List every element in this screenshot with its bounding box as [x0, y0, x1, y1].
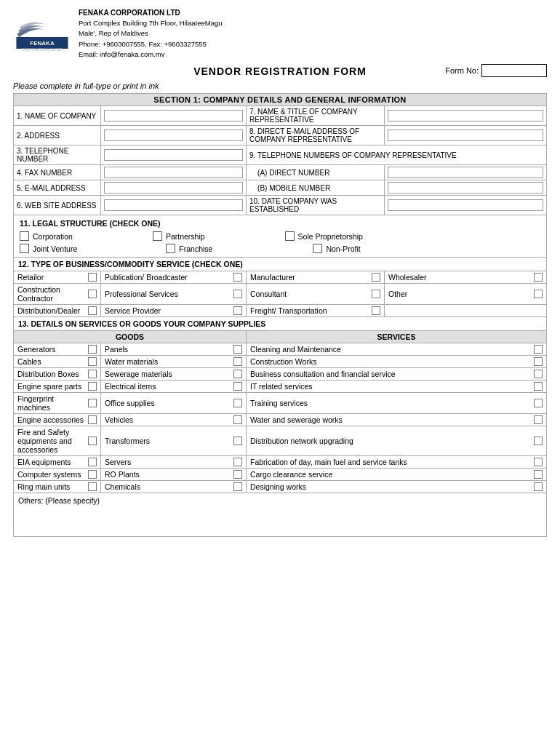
- s12-header: 12. TYPE OF BUSINESS/COMMODITY SERVICE (…: [14, 258, 547, 271]
- inp-mobile2[interactable]: [385, 180, 547, 196]
- svg-text:FENAKA: FENAKA: [30, 39, 55, 46]
- ck-it2[interactable]: [534, 382, 543, 391]
- g8b: RO Plants: [101, 469, 247, 481]
- row-2: 2. ADDRESS 8. DIRECT E-MAIL ADDRESS OF C…: [14, 126, 547, 146]
- ck-chem[interactable]: [233, 482, 242, 491]
- legal-row2: Joint Venture Franchise Non-Profit: [20, 244, 540, 253]
- ck-ring[interactable]: [88, 482, 97, 491]
- gs-hdr-row: GOODS SERVICES: [14, 331, 547, 343]
- form-no-input[interactable]: [481, 64, 547, 77]
- check-fran2[interactable]: [166, 244, 175, 253]
- check-jv2[interactable]: [20, 244, 29, 253]
- ck-pub[interactable]: [233, 273, 242, 282]
- ck-distnet[interactable]: [534, 437, 543, 445]
- c-mfr: Manufacturer: [247, 271, 385, 284]
- gs-9: Ring main units Chemicals Designing work…: [14, 481, 547, 493]
- ck-veh[interactable]: [233, 415, 242, 424]
- g9a: Ring main units: [14, 481, 101, 493]
- ck-fire[interactable]: [88, 437, 97, 445]
- ck-profsvc[interactable]: [233, 290, 242, 298]
- lbl-fran[interactable]: Franchise: [166, 244, 212, 253]
- vendor-form-table: SECTION 1: COMPANY DETAILS AND GENERAL I…: [13, 93, 547, 537]
- ck-srv[interactable]: [233, 458, 242, 466]
- ck-fab[interactable]: [534, 458, 543, 466]
- ck-engacc[interactable]: [88, 415, 97, 424]
- ck-distdeal[interactable]: [88, 306, 97, 315]
- c-svcprov: Service Provider: [101, 305, 247, 317]
- g2b: Sewerage materials: [101, 368, 247, 381]
- ck-trans[interactable]: [233, 437, 242, 445]
- s11-title: 11. LEGAL STRUCTURE (CHECK ONE): [20, 219, 540, 228]
- inp-rep-name[interactable]: [385, 106, 547, 126]
- s6: Distribution network upgrading: [247, 426, 547, 456]
- ck-eia2[interactable]: [88, 458, 97, 466]
- inp-direct[interactable]: [385, 165, 547, 180]
- ck-other2[interactable]: [534, 290, 543, 298]
- ck-engsp[interactable]: [88, 382, 97, 391]
- ck-clean[interactable]: [534, 345, 543, 354]
- lbl-tel: 3. TELEPHONE NUMBER: [14, 146, 101, 165]
- lbl-date-est: 10. DATE COMPANY WAS ESTABLISHED: [247, 196, 385, 215]
- ck-comp[interactable]: [88, 470, 97, 479]
- check-part2[interactable]: [153, 231, 162, 241]
- ck-constr[interactable]: [88, 290, 97, 298]
- check-np2[interactable]: [313, 244, 322, 253]
- inp-tel[interactable]: [101, 146, 247, 165]
- ck-watsew[interactable]: [534, 415, 543, 424]
- inp-addr[interactable]: [101, 126, 247, 146]
- ck-train[interactable]: [534, 399, 543, 407]
- gs-8: Computer systems RO Plants Cargo clearan…: [14, 469, 547, 481]
- gs-6: Fire and Safety equipments and accessori…: [14, 426, 547, 456]
- ck-freight[interactable]: [372, 306, 380, 315]
- check-corp2[interactable]: [20, 231, 29, 241]
- form-no-label: Form No:: [445, 66, 479, 75]
- row-1: 1. NAME OF COMPANY 7. NAME & TITLE OF CO…: [14, 106, 547, 126]
- inp-date-est[interactable]: [385, 196, 547, 215]
- gs-7: EIA equipments Servers Fabrication of da…: [14, 456, 547, 469]
- lbl-corporation[interactable]: Corporation: [20, 231, 73, 241]
- ck-svcprov[interactable]: [233, 306, 242, 315]
- ck-mfr[interactable]: [372, 273, 380, 282]
- ck-office2[interactable]: [233, 399, 242, 407]
- email-info: Email: info@fenaka.com.mv: [79, 49, 223, 60]
- ck-cables2[interactable]: [88, 357, 97, 366]
- ck-ro[interactable]: [233, 470, 242, 479]
- ck-design[interactable]: [534, 482, 543, 491]
- ck-bizcon[interactable]: [534, 370, 543, 378]
- lbl-cname: 1. NAME OF COMPANY: [14, 106, 101, 126]
- ck-cargo2[interactable]: [534, 470, 543, 479]
- inp-cname[interactable]: [101, 106, 247, 126]
- ck-wsl[interactable]: [534, 273, 543, 282]
- g4a: Fingerprint machines: [14, 393, 101, 414]
- inp-email2[interactable]: [101, 180, 247, 196]
- ck-watermat[interactable]: [233, 357, 242, 366]
- ck-consult[interactable]: [372, 290, 380, 298]
- ck-gen[interactable]: [88, 345, 97, 354]
- row-5: 5. E-MAIL ADDRESS (B) MOBILE NUMBER: [14, 180, 547, 196]
- ck-elec[interactable]: [233, 382, 242, 391]
- inp-fax[interactable]: [101, 165, 247, 180]
- ck-constworks[interactable]: [534, 357, 543, 366]
- s8: Cargo clearance service: [247, 469, 547, 481]
- g0b: Panels: [101, 343, 247, 356]
- ck-retailor[interactable]: [88, 273, 97, 282]
- row-4: 4. FAX NUMBER (A) DIRECT NUMBER: [14, 165, 547, 180]
- lbl-jv[interactable]: Joint Venture: [20, 244, 77, 253]
- c-distdeal: Distribution/Dealer: [14, 305, 101, 317]
- inp-rep-email[interactable]: [385, 126, 547, 146]
- ck-sewmat[interactable]: [233, 370, 242, 378]
- header-left: FENAKA CORPORATION LIMITED FENAKA CORPOR…: [13, 7, 223, 60]
- check-sole2[interactable]: [285, 231, 295, 241]
- ck-panels[interactable]: [233, 345, 242, 354]
- svcs-hdr: SERVICES: [247, 331, 547, 343]
- ck-distbox[interactable]: [88, 370, 97, 378]
- lbl-np[interactable]: Non-Profit: [313, 244, 360, 253]
- ck-finger[interactable]: [88, 399, 97, 407]
- gs-1: Cables Water materials Construction Work…: [14, 356, 547, 368]
- others-lbl: Others: (Please specify): [18, 496, 100, 505]
- lbl-rep-tel: 9. TELEPHONE NUMBERS OF COMPANY REPRESEN…: [247, 146, 547, 165]
- lbl-sole2[interactable]: Sole Proprietorship: [285, 231, 363, 241]
- s1-header: SECTION 1: COMPANY DETAILS AND GENERAL I…: [14, 94, 547, 106]
- lbl-partnership[interactable]: Partnership: [153, 231, 205, 241]
- inp-web[interactable]: [101, 196, 247, 215]
